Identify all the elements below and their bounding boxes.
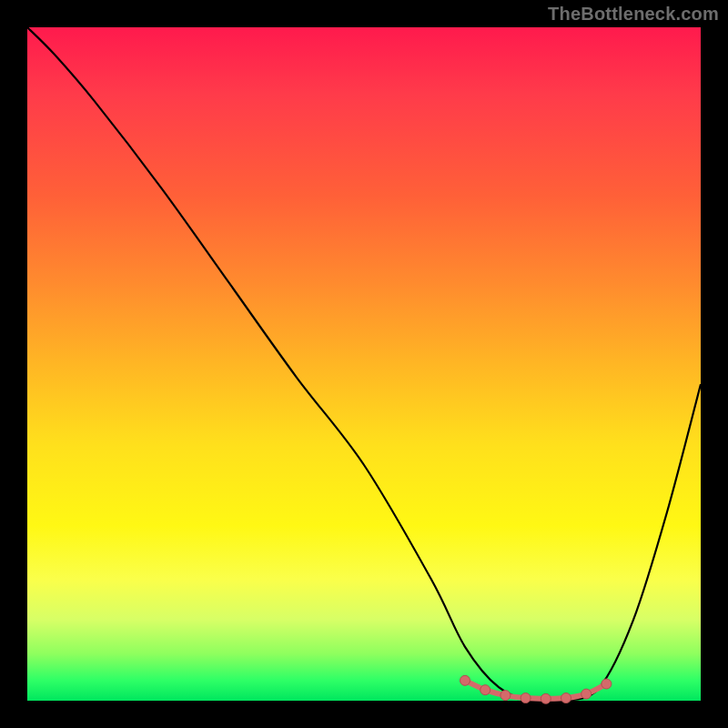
chart-frame: TheBottleneck.com xyxy=(0,0,728,728)
optimal-range-marker xyxy=(521,693,531,703)
optimal-range-marker xyxy=(541,693,551,703)
plot-area xyxy=(27,27,701,701)
optimal-range-marker xyxy=(561,693,571,703)
bottleneck-curve-path xyxy=(27,27,701,703)
watermark-text: TheBottleneck.com xyxy=(548,4,719,25)
curve-svg xyxy=(27,27,701,701)
optimal-range-markers xyxy=(460,675,612,703)
optimal-range-marker xyxy=(581,689,592,699)
optimal-range-marker xyxy=(602,679,612,689)
optimal-range-marker xyxy=(460,675,470,685)
optimal-range-marker xyxy=(480,685,490,695)
optimal-range-marker xyxy=(500,691,511,701)
